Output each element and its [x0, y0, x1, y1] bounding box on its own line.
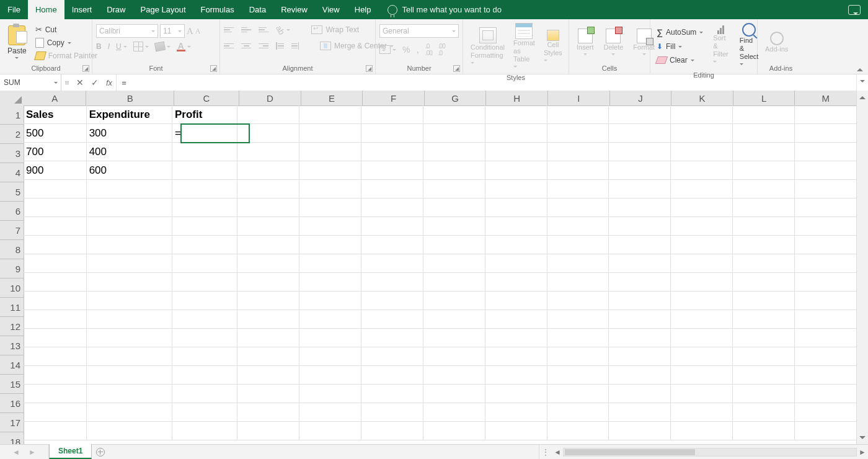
align-top-button[interactable] — [224, 27, 234, 33]
cell-E10[interactable] — [299, 273, 361, 292]
tab-formulas[interactable]: Formulas — [193, 0, 242, 19]
cell-F18[interactable] — [361, 422, 423, 440]
row-header-2[interactable]: 2 — [0, 125, 24, 144]
cell-B13[interactable] — [87, 329, 172, 347]
cell-F11[interactable] — [361, 292, 423, 310]
cell-C16[interactable] — [172, 385, 237, 403]
cell-G16[interactable] — [423, 385, 485, 403]
delete-cells-button[interactable]: Delete — [600, 27, 627, 58]
cell-D1[interactable] — [237, 105, 299, 124]
tell-me-search[interactable]: Tell me what you want to do — [379, 0, 510, 19]
cell-L2[interactable] — [733, 124, 795, 143]
cell-H3[interactable] — [485, 143, 547, 161]
column-header-M[interactable]: M — [795, 91, 857, 105]
cell-H14[interactable] — [485, 347, 547, 366]
cell-C12[interactable] — [172, 310, 237, 329]
cell-B3[interactable]: 400 — [87, 143, 172, 161]
cell-K2[interactable] — [671, 124, 733, 143]
row-header-14[interactable]: 14 — [0, 355, 24, 375]
cell-A11[interactable] — [24, 292, 87, 310]
row-header-3[interactable]: 3 — [0, 144, 24, 163]
cell-M15[interactable] — [795, 366, 857, 385]
fill-color-button[interactable] — [154, 42, 166, 52]
horizontal-scroll-thumb[interactable] — [565, 449, 695, 455]
row-header-11[interactable]: 11 — [0, 298, 24, 317]
cell-B16[interactable] — [87, 385, 172, 403]
cell-B10[interactable] — [87, 273, 172, 292]
cell-B17[interactable] — [87, 403, 172, 422]
cell-A18[interactable] — [24, 422, 87, 440]
cell-K18[interactable] — [671, 422, 733, 440]
format-painter-button[interactable]: Format Painter — [33, 50, 100, 61]
row-header-17[interactable]: 17 — [0, 413, 24, 432]
cell-I16[interactable] — [547, 385, 609, 403]
cell-L1[interactable] — [733, 105, 795, 124]
cell-J3[interactable] — [609, 143, 671, 161]
cell-F5[interactable] — [361, 180, 423, 198]
cell-J9[interactable] — [609, 254, 671, 273]
cell-E16[interactable] — [299, 385, 361, 403]
cell-M9[interactable] — [795, 254, 857, 273]
cell-L7[interactable] — [733, 217, 795, 236]
cell-C13[interactable] — [172, 329, 237, 347]
font-dialog-launcher[interactable] — [210, 65, 217, 72]
tab-page-layout[interactable]: Page Layout — [133, 0, 193, 19]
cell-C7[interactable] — [172, 217, 237, 236]
cell-B1[interactable]: Expenditure — [87, 105, 172, 124]
expand-formula-bar-button[interactable] — [856, 74, 868, 91]
sheet-nav[interactable]: ◄► — [0, 445, 49, 459]
scroll-left-button[interactable]: ◄ — [552, 448, 563, 457]
cell-M17[interactable] — [795, 403, 857, 422]
cell-B7[interactable] — [87, 217, 172, 236]
cell-E6[interactable] — [299, 198, 361, 217]
column-header-C[interactable]: C — [174, 91, 239, 105]
cell-L10[interactable] — [733, 273, 795, 292]
new-sheet-button[interactable] — [92, 445, 109, 459]
column-header-F[interactable]: F — [363, 91, 425, 105]
cell-I1[interactable] — [547, 105, 609, 124]
column-header-I[interactable]: I — [548, 91, 610, 105]
vertical-scrollbar[interactable] — [856, 91, 868, 445]
cell-K11[interactable] — [671, 292, 733, 310]
align-right-button[interactable] — [259, 43, 268, 49]
cell-K15[interactable] — [671, 366, 733, 385]
cell-K8[interactable] — [671, 236, 733, 254]
increase-indent-button[interactable] — [291, 42, 299, 50]
cell-C9[interactable] — [172, 254, 237, 273]
clear-button[interactable]: Clear — [654, 55, 706, 66]
cell-L16[interactable] — [733, 385, 795, 403]
cell-A15[interactable] — [24, 366, 87, 385]
cell-J14[interactable] — [609, 347, 671, 366]
cell-H6[interactable] — [485, 198, 547, 217]
cell-J8[interactable] — [609, 236, 671, 254]
row-header-10[interactable]: 10 — [0, 279, 24, 298]
shrink-font-button[interactable]: A — [195, 27, 201, 36]
cell-H7[interactable] — [485, 217, 547, 236]
cell-G9[interactable] — [423, 254, 485, 273]
cell-G10[interactable] — [423, 273, 485, 292]
cell-E7[interactable] — [299, 217, 361, 236]
cell-F15[interactable] — [361, 366, 423, 385]
row-header-7[interactable]: 7 — [0, 221, 24, 240]
cell-F12[interactable] — [361, 310, 423, 329]
cell-D16[interactable] — [237, 385, 299, 403]
cell-G14[interactable] — [423, 347, 485, 366]
cell-I3[interactable] — [547, 143, 609, 161]
cell-H10[interactable] — [485, 273, 547, 292]
format-as-table-button[interactable]: Format as Table — [510, 22, 539, 73]
cell-M10[interactable] — [795, 273, 857, 292]
cell-A17[interactable] — [24, 403, 87, 422]
enter-formula-button[interactable]: ✓ — [91, 78, 99, 87]
horizontal-scroll-track[interactable] — [563, 448, 857, 457]
row-header-8[interactable]: 8 — [0, 240, 24, 259]
cell-D2[interactable] — [237, 124, 299, 143]
sheet-tab-active[interactable]: Sheet1 — [49, 444, 92, 459]
cell-D7[interactable] — [237, 217, 299, 236]
cell-C14[interactable] — [172, 347, 237, 366]
cell-H8[interactable] — [485, 236, 547, 254]
cell-G12[interactable] — [423, 310, 485, 329]
cell-J6[interactable] — [609, 198, 671, 217]
cell-J10[interactable] — [609, 273, 671, 292]
cell-G5[interactable] — [423, 180, 485, 198]
cell-D5[interactable] — [237, 180, 299, 198]
